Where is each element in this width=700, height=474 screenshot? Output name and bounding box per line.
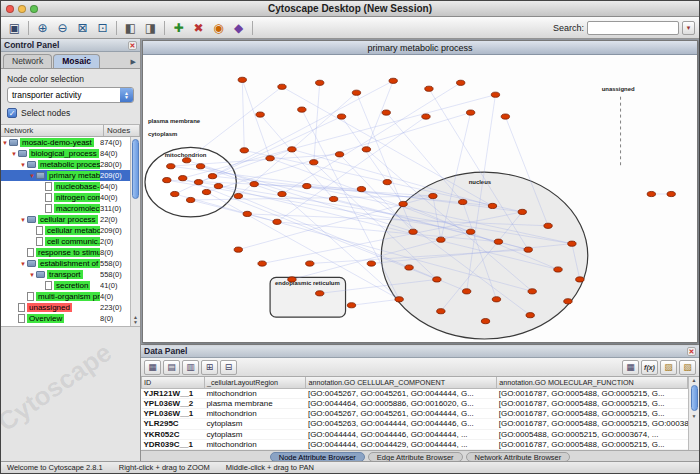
network-edge[interactable] <box>282 83 461 194</box>
table-cell[interactable]: [GO:0044464, GO:0005886, GO:0016020, G..… <box>306 398 497 408</box>
table-row[interactable]: YJR121W__1mitochondrion[GO:0045267, GO:0… <box>142 388 688 398</box>
table-cell[interactable]: [GO:0016787, GO:0005488, GO:0005215, G..… <box>497 439 688 449</box>
table-cell[interactable]: [GO:0044444, GO:0044429, GO:0044444, ... <box>306 439 497 449</box>
network-node[interactable] <box>383 180 391 185</box>
network-node[interactable] <box>234 247 242 252</box>
table-cell[interactable]: [GO:0045267, GO:0045261, GO:0044444, G..… <box>306 388 497 398</box>
tree-item[interactable]: ▼cellular process22(0) <box>1 214 130 225</box>
tree-column-nodes[interactable]: Nodes <box>104 125 140 136</box>
select-attributes-icon[interactable]: ▦ <box>144 360 161 375</box>
network-node[interactable] <box>437 237 445 242</box>
network-node[interactable] <box>186 197 194 202</box>
table-row[interactable]: YPL036W__1mitochondrion[GO:0045267, GO:0… <box>142 409 688 419</box>
network-node[interactable] <box>437 309 445 314</box>
network-node[interactable] <box>179 176 187 181</box>
network-node[interactable] <box>167 164 175 169</box>
tree-scrollbar-arrows[interactable]: ▲▼ <box>131 315 140 325</box>
table-cell[interactable]: [GO:0045263, GO:0044444, GO:0044446, G..… <box>306 419 497 429</box>
zoom-in-icon[interactable]: ⊕ <box>33 19 52 37</box>
network-node[interactable] <box>243 211 251 216</box>
unselect-all-attributes-icon[interactable]: ⊟ <box>220 360 237 375</box>
tab-network[interactable]: Network <box>3 54 52 68</box>
tree-item[interactable]: ▼biological_process84(0) <box>1 148 130 159</box>
table-cell[interactable]: cytoplasm <box>204 429 305 439</box>
zoom-out-icon[interactable]: ⊖ <box>53 19 72 37</box>
network-node[interactable] <box>409 229 417 234</box>
network-node[interactable] <box>429 193 437 198</box>
hide-selected-icon[interactable]: ◧ <box>121 19 140 37</box>
table-cell[interactable]: [GO:0005488, GO:0005215, GO:0003674, ... <box>497 429 688 439</box>
zoom-selected-icon[interactable]: ⊠ <box>73 19 92 37</box>
network-node[interactable] <box>196 164 204 169</box>
network-node[interactable] <box>367 261 375 266</box>
tree-item[interactable]: Overview8(0) <box>1 313 130 324</box>
tree-expand-icon[interactable]: ▼ <box>19 261 27 267</box>
network-edge[interactable] <box>302 110 399 300</box>
network-node[interactable] <box>298 107 306 112</box>
network-node[interactable] <box>395 297 403 302</box>
tree-item[interactable]: ▼primary metabo...209(0) <box>1 170 130 181</box>
network-node[interactable] <box>433 277 441 282</box>
network-node[interactable] <box>214 184 222 189</box>
network-node[interactable] <box>568 241 576 246</box>
tree-item[interactable]: macromolecul...311(0) <box>1 203 130 214</box>
table-cell[interactable]: YPL036W__1 <box>142 409 205 419</box>
network-node[interactable] <box>306 261 314 266</box>
network-node[interactable] <box>501 114 509 119</box>
table-cell[interactable]: [GO:0016787, GO:0005488, GO:0005215, G..… <box>497 388 688 398</box>
network-node[interactable] <box>526 313 534 318</box>
network-node[interactable] <box>303 184 311 189</box>
network-node[interactable] <box>266 156 274 161</box>
node-color-dropdown[interactable]: transporter activity ▲▼ <box>7 87 134 103</box>
network-node[interactable] <box>352 90 360 95</box>
window-minimize-button[interactable] <box>18 5 26 13</box>
table-cell[interactable]: mitochondrion <box>204 409 305 419</box>
search-input[interactable] <box>587 21 679 35</box>
network-node[interactable] <box>278 84 286 89</box>
vizmapper-icon[interactable]: ◆ <box>229 19 248 37</box>
network-edge[interactable] <box>242 80 270 158</box>
tree-item[interactable]: cell communic...2(0) <box>1 236 130 247</box>
table-cell[interactable]: YLR295C <box>142 419 205 429</box>
network-node[interactable] <box>481 319 489 324</box>
destroy-network-icon[interactable]: ✖ <box>189 19 208 37</box>
table-cell[interactable]: YJR121W__1 <box>142 388 205 398</box>
network-node[interactable] <box>238 77 246 82</box>
network-node[interactable] <box>234 193 242 198</box>
data-panel-close-icon[interactable]: ✕ <box>687 347 696 356</box>
new-attribute-icon[interactable]: ▤ <box>163 360 180 375</box>
table-cell[interactable]: YPL036W__2 <box>142 398 205 408</box>
save-session-icon[interactable]: ▣ <box>5 19 24 37</box>
network-node[interactable] <box>488 203 496 208</box>
tree-expand-icon[interactable]: ▼ <box>28 173 36 179</box>
network-node[interactable] <box>316 291 324 296</box>
network-node[interactable] <box>273 219 281 224</box>
delete-attribute-icon[interactable]: ▥ <box>182 360 199 375</box>
network-node[interactable] <box>466 229 474 234</box>
table-row[interactable]: YKR052Ccytoplasm[GO:0044444, GO:0044446,… <box>142 429 688 439</box>
table-row[interactable]: YLR295Ccytoplasm[GO:0045263, GO:0044444,… <box>142 419 688 429</box>
network-node[interactable] <box>564 299 572 304</box>
network-node[interactable] <box>462 289 470 294</box>
column-header-1[interactable]: _cellularLayoutRegion <box>204 377 305 388</box>
tree-item[interactable]: nitrogen compo...40(0) <box>1 192 130 203</box>
tree-expand-icon[interactable]: ▼ <box>28 272 36 278</box>
table-cell[interactable]: [GO:0044444, GO:0044446, GO:0044444, ... <box>306 429 497 439</box>
network-node[interactable] <box>524 247 532 252</box>
network-edge[interactable] <box>212 81 393 176</box>
network-node[interactable] <box>316 80 324 85</box>
network-node[interactable] <box>466 110 474 115</box>
network-node[interactable] <box>171 191 179 196</box>
network-edge[interactable] <box>183 95 496 178</box>
zoom-fit-icon[interactable]: ⊡ <box>93 19 112 37</box>
new-network-icon[interactable]: ✚ <box>169 19 188 37</box>
network-node[interactable] <box>399 201 407 206</box>
network-node[interactable] <box>422 114 430 119</box>
tree-scrollbar[interactable]: ▲▼ <box>130 137 140 326</box>
network-node[interactable] <box>492 297 500 302</box>
column-header-2[interactable]: annotation.GO CELLULAR_COMPONENT <box>306 377 497 388</box>
table-cell[interactable]: YDR039C__1 <box>142 439 205 449</box>
network-node[interactable] <box>288 147 296 152</box>
network-node[interactable] <box>337 114 345 119</box>
table-cell[interactable]: [GO:0016787, GO:0005488, GO:0005215, G..… <box>497 409 688 419</box>
